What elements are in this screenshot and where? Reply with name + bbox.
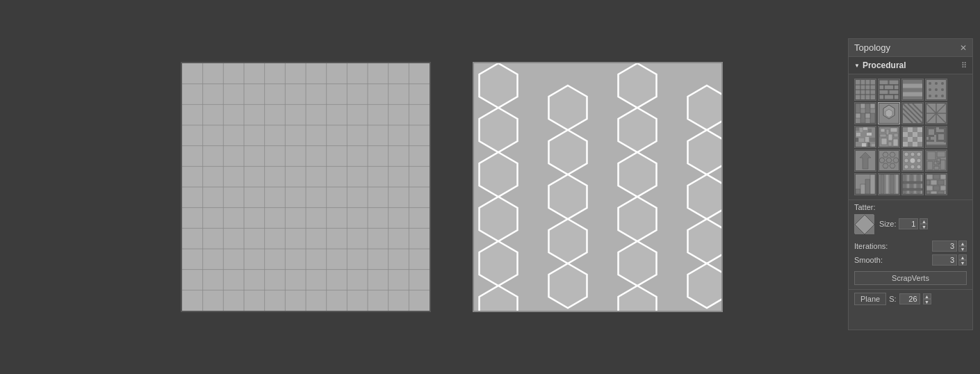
size-spinner: ▲ ▼ [920,218,928,229]
size-spin-down[interactable]: ▼ [920,224,928,229]
pattern-icon-dots[interactable] [925,79,947,101]
svg-rect-133 [893,139,898,146]
svg-point-173 [904,165,908,169]
pattern-icon-column[interactable] [878,173,900,195]
svg-rect-187 [865,179,870,194]
svg-point-84 [941,95,944,97]
svg-rect-112 [868,129,872,132]
pattern-icon-dot2[interactable] [901,149,924,172]
svg-rect-149 [936,134,938,142]
smooth-label: Smooth: [854,256,883,264]
panel-header: Topology ✕ [849,39,972,57]
iterations-spin-down[interactable]: ▼ [958,246,967,252]
tatter-row: Size: ▲ ▼ [854,214,967,234]
pattern-icon-hex2[interactable] [878,149,900,172]
svg-rect-212 [940,186,946,190]
size-input[interactable] [899,218,918,229]
svg-rect-193 [895,174,899,194]
svg-rect-70 [903,80,922,83]
svg-rect-74 [903,97,922,99]
pattern-grid [849,74,972,200]
plane-size-spin-up[interactable]: ▲ [923,293,931,299]
pattern-icon-weave[interactable] [854,102,876,124]
pattern-icon-diagonal[interactable] [901,102,924,124]
svg-rect-129 [888,134,892,140]
pattern-icon-wall[interactable] [925,173,947,195]
svg-rect-128 [880,134,886,137]
svg-rect-207 [926,180,930,185]
svg-rect-158 [879,151,899,170]
svg-rect-91 [870,113,875,123]
plane-size-spinner: ▲ ▼ [923,293,931,304]
bottom-row: Plane S: ▲ ▼ [849,289,972,308]
svg-point-170 [904,158,908,163]
smooth-input[interactable] [932,254,957,266]
svg-rect-130 [894,133,898,137]
plane-size-input[interactable] [899,293,920,304]
pattern-icon-scatter[interactable] [878,126,900,148]
svg-rect-214 [931,191,937,194]
iterations-spin-up[interactable]: ▲ [958,241,967,246]
svg-rect-120 [857,143,860,147]
pattern-icon-hex[interactable] [878,102,900,124]
svg-rect-188 [870,174,875,194]
panel-close-button[interactable]: ✕ [960,43,967,53]
svg-rect-208 [931,180,937,185]
pattern-icon-brick[interactable] [878,79,900,101]
tatter-section: Tatter: Size: ▲ ▼ [849,200,972,239]
iterations-input[interactable] [932,241,957,252]
plane-size-spin-down[interactable]: ▼ [923,299,931,304]
svg-point-79 [929,88,931,91]
pattern-icon-arrow[interactable] [854,149,876,172]
svg-rect-192 [890,174,894,194]
pattern-icon-checker[interactable] [901,126,924,148]
svg-point-169 [917,152,921,156]
tatter-label: Tatter: [854,203,967,211]
pattern-icon-stripe[interactable] [901,79,924,101]
plane-button[interactable]: Plane [854,293,886,305]
svg-rect-196 [907,174,909,194]
svg-rect-147 [929,135,934,137]
svg-rect-200 [921,174,922,194]
section-title-label: Procedural [863,60,906,70]
svg-rect-153 [926,145,946,147]
smooth-spin-down[interactable]: ▼ [958,260,967,266]
svg-rect-135 [903,127,908,132]
svg-rect-176 [926,151,946,170]
pattern-icon-noise[interactable] [854,126,876,148]
iterations-spinner: ▲ ▼ [958,241,967,252]
svg-rect-142 [917,142,922,147]
svg-rect-138 [917,132,922,137]
svg-rect-137 [908,132,913,137]
tatter-preview [854,214,874,234]
smooth-spinner: ▲ ▼ [958,254,967,266]
smooth-spin-up[interactable]: ▲ [958,254,967,260]
svg-rect-215 [938,191,944,194]
svg-rect-87 [860,104,865,108]
svg-point-171 [910,158,915,163]
svg-rect-152 [929,137,931,142]
scrap-verts-button[interactable]: ScrapVerts [854,271,967,285]
svg-rect-118 [865,137,869,142]
svg-rect-185 [856,189,860,194]
svg-rect-204 [926,174,933,179]
svg-rect-110 [860,128,863,132]
svg-rect-145 [926,127,936,129]
pattern-icon-fence[interactable] [901,173,924,195]
svg-rect-127 [890,128,897,132]
pattern-icon-maze[interactable] [925,126,947,148]
size-spin-up[interactable]: ▲ [920,218,928,224]
pattern-icon-grid[interactable] [854,79,876,101]
svg-rect-202 [903,188,922,190]
section-title: ▼ Procedural [854,60,906,70]
pattern-icon-room[interactable] [925,149,947,172]
svg-rect-140 [913,137,917,142]
iterations-label: Iterations: [854,242,888,250]
pattern-icon-cross[interactable] [925,102,947,124]
pattern-icon-stair[interactable] [854,173,876,195]
svg-rect-190 [881,174,884,194]
section-header: ▼ Procedural ⠿ [849,57,972,74]
svg-rect-71 [903,84,922,88]
svg-rect-205 [933,174,940,179]
size-label: Size: [879,220,896,228]
